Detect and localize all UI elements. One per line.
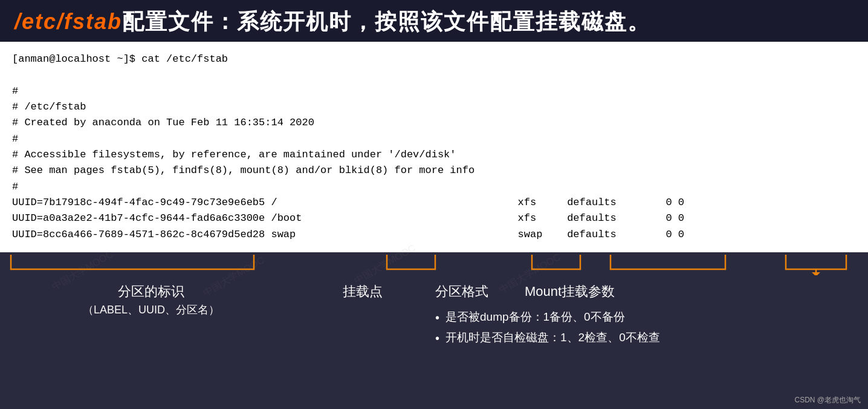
terminal-line-uuid3: UUID=8cc6a466-7689-4571-862c-8c4679d5ed2… [12,227,856,243]
title-desc: 配置文件：系统开机时，按照该文件配置挂载磁盘。 [122,9,650,34]
col-right-top: 分区格式 Mount挂载参数 [435,281,868,301]
mount-param-label-title: Mount挂载参数 [525,281,615,301]
mp-label-title: 挂载点 [343,281,383,301]
terminal-prompt: [anman@localhost ~]$ cat /etc/fstab [12,51,856,67]
annotation-area: 中国大学MOOC 中国大学MOOC 中国大学MOOC 中国大学MOOC 分区的标… [0,252,868,409]
col-right-labels: 分区格式 Mount挂载参数 是否被dump备份：1备份、0不备份 开机时是否自… [423,275,868,409]
page-title: /etc/fstab配置文件：系统开机时，按照该文件配置挂载磁盘。 [15,7,650,37]
terminal-line-uuid1: UUID=7b17918c-494f-4fac-9c49-79c73e9e6eb… [12,195,856,211]
fs-label-title: 分区格式 [435,281,488,301]
main-container: /etc/fstab配置文件：系统开机时，按照该文件配置挂载磁盘。 [anman… [0,0,868,409]
uuid-label-title: 分区的标识 [118,281,184,301]
col-uuid-label: 分区的标识 （LABEL、UUID、分区名） [0,275,302,409]
terminal-line-uuid2: UUID=a0a3a2e2-41b7-4cfc-9644-fad6a6c3300… [12,211,856,226]
col-mp-label: 挂载点 [302,275,423,409]
terminal-line-2: # [12,83,856,99]
bullet-item-2: 开机时是否自检磁盘：1、2检查、0不检查 [435,328,868,348]
terminal-line-3: # /etc/fstab [12,99,856,115]
bracket-svg [0,252,868,275]
csdn-attribution: CSDN @老虎也淘气 [794,395,861,405]
uuid-label-sub: （LABEL、UUID、分区名） [83,303,219,317]
title-path: /etc/fstab [15,9,122,34]
terminal-line-7: # See man pages fstab(5), findfs(8), mou… [12,163,856,178]
bullet-list: 是否被dump备份：1备份、0不备份 开机时是否自检磁盘：1、2检查、0不检查 [435,307,868,348]
terminal-line-4: # Created by anaconda on Tue Feb 11 16:3… [12,115,856,131]
annotation-bottom: 分区的标识 （LABEL、UUID、分区名） 挂载点 分区格式 Mount挂载参… [0,275,868,409]
terminal-line-5: # [12,131,856,147]
terminal-line-6: # Accessible filesystems, by reference, … [12,147,856,163]
title-bar: /etc/fstab配置文件：系统开机时，按照该文件配置挂载磁盘。 [0,0,868,42]
terminal-line-1 [12,67,856,83]
terminal-area: [anman@localhost ~]$ cat /etc/fstab # # … [0,42,868,252]
bullet-item-1: 是否被dump备份：1备份、0不备份 [435,307,868,328]
terminal-line-8: # [12,179,856,195]
